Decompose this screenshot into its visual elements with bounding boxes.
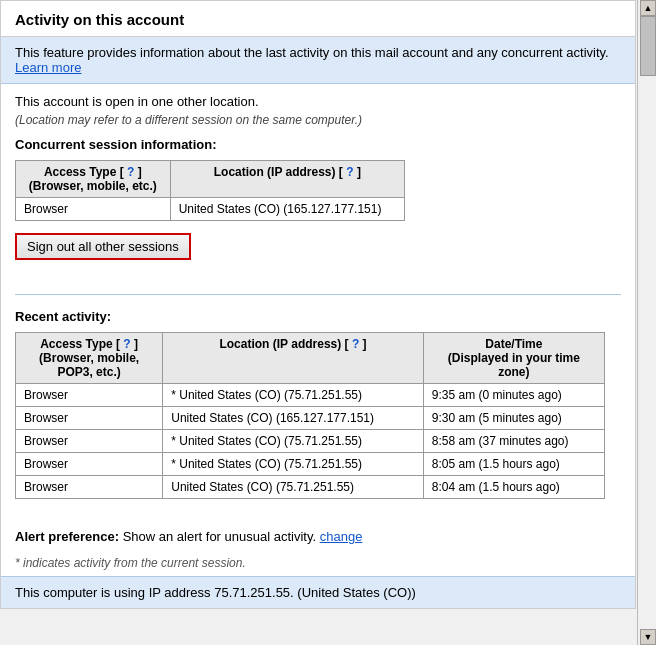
recent-row-location: * United States (CO) (75.71.251.55) bbox=[163, 453, 424, 476]
recent-row-access: Browser bbox=[16, 453, 163, 476]
recent-row: Browser* United States (CO) (75.71.251.5… bbox=[16, 430, 605, 453]
recent-row-location: * United States (CO) (75.71.251.55) bbox=[163, 430, 424, 453]
recent-access-sub: (Browser, mobile, POP3, etc.) bbox=[39, 351, 139, 379]
scrollbar-down-btn[interactable]: ▼ bbox=[640, 629, 656, 645]
recent-access-help[interactable]: ? bbox=[123, 337, 130, 351]
learn-more-link[interactable]: Learn more bbox=[15, 60, 81, 75]
concurrent-location-help[interactable]: ? bbox=[346, 165, 353, 179]
asterisk-note: * indicates activity from the current se… bbox=[1, 552, 635, 576]
concurrent-table: Access Type [ ? ] (Browser, mobile, etc.… bbox=[15, 160, 405, 221]
ip-footer: This computer is using IP address 75.71.… bbox=[1, 576, 635, 608]
recent-section: Recent activity: Access Type [ ? ] (Brow… bbox=[1, 305, 635, 521]
concurrent-header: Concurrent session information: bbox=[15, 137, 621, 152]
recent-location-help[interactable]: ? bbox=[352, 337, 359, 351]
recent-row-location: * United States (CO) (75.71.251.55) bbox=[163, 384, 424, 407]
recent-header: Recent activity: bbox=[15, 309, 621, 324]
recent-row: Browser* United States (CO) (75.71.251.5… bbox=[16, 453, 605, 476]
recent-row-location: United States (CO) (75.71.251.55) bbox=[163, 476, 424, 499]
concurrent-col-location: Location (IP address) [ ? ] bbox=[170, 161, 404, 198]
scrollbar-thumb[interactable] bbox=[640, 16, 656, 76]
concurrent-row: Browser United States (CO) (165.127.177.… bbox=[16, 198, 405, 221]
recent-row-datetime: 8:05 am (1.5 hours ago) bbox=[423, 453, 604, 476]
recent-row-access: Browser bbox=[16, 430, 163, 453]
concurrent-access-sub: (Browser, mobile, etc.) bbox=[29, 179, 157, 193]
sign-out-container: Sign out all other sessions bbox=[15, 233, 621, 272]
recent-row-access: Browser bbox=[16, 407, 163, 430]
alert-pref-change-link[interactable]: change bbox=[320, 529, 363, 544]
info-text: This feature provides information about … bbox=[15, 45, 609, 60]
recent-col-datetime: Date/Time (Displayed in your time zone) bbox=[423, 333, 604, 384]
scrollbar[interactable]: ▲ ▼ bbox=[637, 0, 656, 645]
location-note: (Location may refer to a different sessi… bbox=[15, 113, 621, 127]
page-title: Activity on this account bbox=[1, 1, 635, 37]
divider bbox=[15, 294, 621, 295]
recent-row-datetime: 9:30 am (5 minutes ago) bbox=[423, 407, 604, 430]
info-box: This feature provides information about … bbox=[1, 37, 635, 84]
open-location-text: This account is open in one other locati… bbox=[15, 94, 621, 109]
alert-pref-text-content: Show an alert for unusual activity. bbox=[123, 529, 316, 544]
concurrent-row-location: United States (CO) (165.127.177.151) bbox=[170, 198, 404, 221]
recent-row-datetime: 8:58 am (37 minutes ago) bbox=[423, 430, 604, 453]
concurrent-col-access: Access Type [ ? ] (Browser, mobile, etc.… bbox=[16, 161, 171, 198]
recent-row: BrowserUnited States (CO) (75.71.251.55)… bbox=[16, 476, 605, 499]
concurrent-col-access-header: Access Type [ bbox=[44, 165, 124, 179]
recent-row: BrowserUnited States (CO) (165.127.177.1… bbox=[16, 407, 605, 430]
recent-row: Browser* United States (CO) (75.71.251.5… bbox=[16, 384, 605, 407]
sign-out-button[interactable]: Sign out all other sessions bbox=[15, 233, 191, 260]
recent-col-location: Location (IP address) [ ? ] bbox=[163, 333, 424, 384]
recent-table: Access Type [ ? ] (Browser, mobile, POP3… bbox=[15, 332, 605, 499]
recent-row-location: United States (CO) (165.127.177.151) bbox=[163, 407, 424, 430]
concurrent-row-access: Browser bbox=[16, 198, 171, 221]
recent-row-access: Browser bbox=[16, 384, 163, 407]
recent-row-access: Browser bbox=[16, 476, 163, 499]
scrollbar-up-btn[interactable]: ▲ bbox=[640, 0, 656, 16]
recent-row-datetime: 8:04 am (1.5 hours ago) bbox=[423, 476, 604, 499]
recent-row-datetime: 9:35 am (0 minutes ago) bbox=[423, 384, 604, 407]
location-section: This account is open in one other locati… bbox=[1, 84, 635, 294]
concurrent-col-location-header: Location (IP address) [ bbox=[214, 165, 343, 179]
alert-pref-label: Alert preference: bbox=[15, 529, 119, 544]
recent-col-access: Access Type [ ? ] (Browser, mobile, POP3… bbox=[16, 333, 163, 384]
alert-pref-section: Alert preference: Show an alert for unus… bbox=[1, 521, 635, 552]
concurrent-access-help[interactable]: ? bbox=[127, 165, 134, 179]
recent-datetime-sub: (Displayed in your time zone) bbox=[448, 351, 580, 379]
